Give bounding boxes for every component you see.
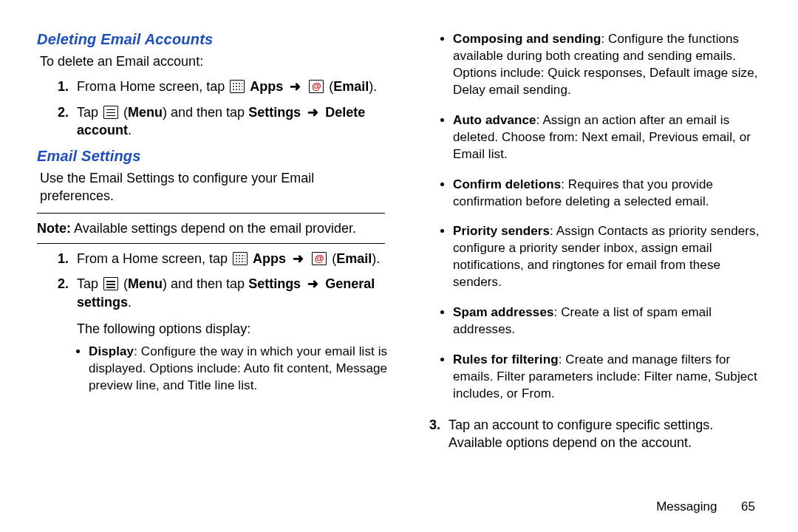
step-text: From a Home screen, tap [77, 251, 231, 266]
step-2: Tap (Menu) and then tap Settings ➜ Delet… [58, 103, 385, 140]
step-1: From a Home screen, tap Apps ➜ (Email). [58, 78, 385, 95]
apps-label: Apps [253, 251, 286, 266]
step-text: Tap [77, 276, 102, 291]
note-line: Note: Available settings depend on the e… [37, 219, 385, 237]
note-label: Note: [37, 221, 71, 236]
bullet-title: Rules for filtering [453, 352, 559, 366]
menu-label: Menu [128, 276, 163, 291]
menu-icon [103, 277, 118, 290]
bullet-rules-filtering: Rules for filtering: Create and manage f… [453, 352, 768, 403]
step-2: Tap (Menu) and then tap Settings ➜ Gener… [58, 275, 385, 311]
bullet-title: Spam addresses [453, 305, 554, 319]
page-footer: Messaging 65 [656, 499, 755, 514]
apps-icon [230, 80, 245, 93]
apps-label: Apps [250, 79, 283, 94]
bullet-confirm-deletions: Confirm deletions: Requires that you pro… [453, 177, 768, 211]
menu-icon [103, 106, 118, 119]
intro-email-settings: Use the Email Settings to configure your… [40, 169, 385, 205]
email-label: Email [336, 251, 372, 266]
heading-deleting-email-accounts: Deleting Email Accounts [37, 31, 385, 48]
arrow-icon: ➜ [287, 79, 304, 94]
step-3-list: Tap an account to configure specific set… [429, 416, 768, 452]
arrow-icon: ➜ [304, 276, 321, 291]
step-text: From a Home screen, tap [77, 79, 228, 94]
footer-page-number: 65 [741, 499, 755, 514]
arrow-icon: ➜ [304, 105, 321, 120]
intro-delete-account: To delete an Email account: [40, 52, 385, 70]
options-bullets-right: Composing and sending: Configure the fun… [453, 31, 768, 403]
bullet-auto-advance: Auto advance: Assign an action after an … [453, 112, 768, 163]
email-icon [309, 80, 324, 93]
step-text: Tap [77, 105, 102, 120]
options-bullets-left: Display: Configure the way in which your… [89, 344, 392, 395]
bullet-body: : Configure the way in which your email … [89, 344, 387, 392]
bullet-composing: Composing and sending: Configure the fun… [453, 31, 768, 99]
right-column: Composing and sending: Configure the fun… [420, 27, 768, 460]
bullet-title: Auto advance [453, 113, 536, 127]
bullet-priority-senders: Priority senders: Assign Contacts as pri… [453, 223, 768, 291]
note-rule-top [37, 213, 385, 214]
apps-icon [233, 252, 248, 265]
step-3: Tap an account to configure specific set… [429, 416, 768, 452]
arrow-icon: ➜ [290, 251, 307, 266]
settings-label: Settings [248, 105, 301, 120]
heading-email-settings: Email Settings [37, 148, 385, 165]
footer-section: Messaging [656, 499, 717, 514]
note-text: Available settings depend on the email p… [71, 221, 356, 236]
menu-label: Menu [128, 105, 163, 120]
bullet-title: Composing and sending [453, 32, 601, 46]
bullet-display: Display: Configure the way in which your… [89, 344, 392, 395]
step-3-text: Tap an account to configure specific set… [449, 417, 713, 450]
step-text: and then tap [167, 105, 248, 120]
email-label: Email [333, 79, 369, 94]
bullet-title: Priority senders [453, 224, 550, 238]
email-icon [312, 252, 327, 265]
note-rule-bottom [37, 243, 385, 244]
bullet-spam-addresses: Spam addresses: Create a list of spam em… [453, 304, 768, 338]
steps-delete-account: From a Home screen, tap Apps ➜ (Email). … [58, 78, 385, 139]
bullet-title: Confirm deletions [453, 177, 561, 191]
bullet-title: Display [89, 344, 134, 358]
manual-page: Deleting Email Accounts To delete an Ema… [0, 0, 798, 532]
steps-email-settings: From a Home screen, tap Apps ➜ (Email). … [58, 250, 385, 311]
step-1: From a Home screen, tap Apps ➜ (Email). [58, 250, 385, 267]
followup-text: The following options display: [77, 320, 385, 338]
left-column: Deleting Email Accounts To delete an Ema… [37, 27, 385, 460]
step-text: and then tap [167, 276, 248, 291]
settings-label: Settings [248, 276, 301, 291]
two-column-layout: Deleting Email Accounts To delete an Ema… [37, 27, 768, 460]
